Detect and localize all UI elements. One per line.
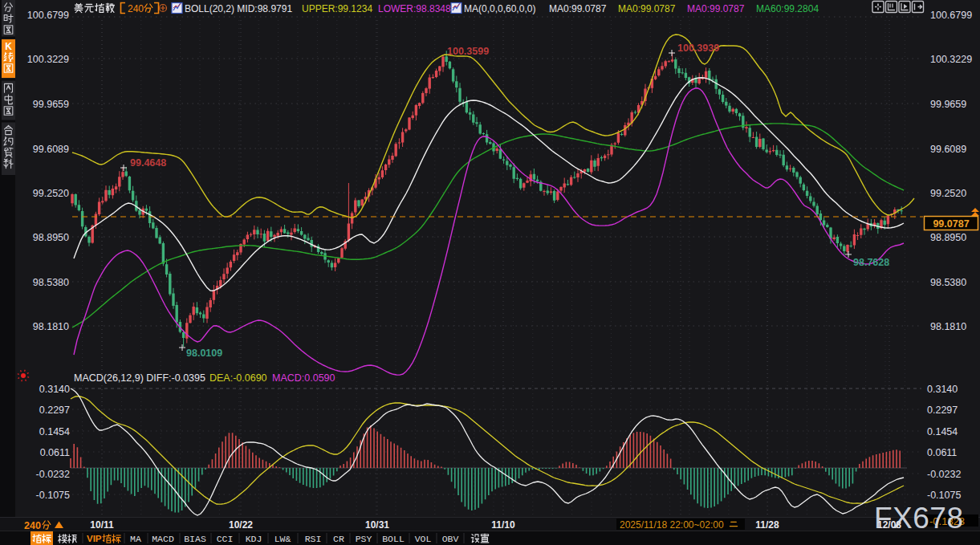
svg-text:11/28: 11/28	[755, 519, 779, 531]
svg-text:100.3229: 100.3229	[27, 54, 69, 65]
svg-text:10/11: 10/11	[90, 519, 114, 531]
svg-text:MACD(26,12,9) DIFF:-0.0395: MACD(26,12,9) DIFF:-0.0395	[74, 372, 205, 384]
svg-text:98.0109: 98.0109	[186, 348, 222, 359]
svg-text:98.8950: 98.8950	[33, 232, 69, 243]
svg-text:100.6799: 100.6799	[27, 10, 69, 21]
svg-text:FX678: FX678	[874, 502, 964, 535]
svg-text:0.3140: 0.3140	[927, 384, 958, 395]
svg-text:MA0:99.0787: MA0:99.0787	[618, 3, 676, 14]
svg-text:99.0787: 99.0787	[933, 218, 969, 230]
svg-text:10/31: 10/31	[365, 519, 389, 531]
svg-text:11/10: 11/10	[491, 519, 515, 531]
svg-text:0.1454: 0.1454	[39, 426, 70, 437]
svg-text:LOWER:98.8348: LOWER:98.8348	[378, 3, 451, 14]
svg-text:-0.1075: -0.1075	[927, 490, 961, 501]
svg-text:100.3229: 100.3229	[930, 54, 972, 65]
svg-text:CCI: CCI	[217, 534, 234, 544]
svg-text:99.6089: 99.6089	[33, 144, 69, 155]
svg-text:BIAS: BIAS	[184, 534, 206, 544]
svg-text:CR: CR	[333, 534, 344, 544]
svg-text:MA0:99.0787: MA0:99.0787	[687, 3, 745, 14]
svg-text:99.9659: 99.9659	[33, 99, 69, 110]
svg-text:VOL: VOL	[415, 534, 432, 544]
svg-text:MACD:0.0590: MACD:0.0590	[272, 372, 335, 384]
svg-text:100.6799: 100.6799	[930, 10, 972, 21]
svg-text:0.0611: 0.0611	[40, 447, 70, 458]
svg-text:100.3939: 100.3939	[677, 43, 719, 54]
svg-text:0.2297: 0.2297	[927, 405, 958, 416]
svg-text:98.1810: 98.1810	[33, 321, 69, 332]
svg-text:MA0:99.0787: MA0:99.0787	[549, 3, 607, 14]
svg-text:KDJ: KDJ	[246, 534, 262, 544]
svg-text:99.2520: 99.2520	[33, 188, 69, 199]
svg-text:K: K	[5, 41, 12, 52]
svg-text:PSY: PSY	[356, 534, 372, 544]
svg-text:98.5380: 98.5380	[930, 277, 966, 288]
svg-text:BOLL: BOLL	[382, 534, 405, 544]
svg-text:-0.0232: -0.0232	[927, 469, 961, 480]
svg-text:MACD: MACD	[152, 534, 174, 544]
svg-text:2025/11/18 22:00~02:00: 2025/11/18 22:00~02:00	[620, 519, 724, 531]
svg-text:0.1454: 0.1454	[927, 426, 958, 437]
svg-text:100.3599: 100.3599	[447, 46, 489, 57]
svg-text:98.5380: 98.5380	[33, 277, 69, 288]
svg-text:-0.0232: -0.0232	[36, 469, 70, 480]
svg-text:BOLL(20,2) MID:98.9791: BOLL(20,2) MID:98.9791	[185, 3, 292, 14]
svg-text:0.3140: 0.3140	[39, 384, 70, 395]
svg-text:0.0611: 0.0611	[927, 447, 957, 458]
svg-text:99.9659: 99.9659	[930, 99, 966, 110]
svg-text:98.1810: 98.1810	[930, 321, 966, 332]
svg-text:98.7628: 98.7628	[853, 257, 889, 268]
svg-text:10/22: 10/22	[229, 519, 253, 531]
svg-text:MA: MA	[130, 534, 141, 544]
svg-text:UPPER:99.1234: UPPER:99.1234	[302, 3, 372, 14]
svg-text:MA60:99.2804: MA60:99.2804	[756, 3, 819, 14]
svg-text:240: 240	[128, 3, 144, 14]
svg-text:RSI: RSI	[305, 534, 322, 544]
svg-text:MA(0,0,0,60,0,0): MA(0,0,0,60,0,0)	[464, 3, 535, 14]
svg-text:VIP: VIP	[87, 534, 102, 543]
svg-text:LW&: LW&	[274, 534, 291, 544]
svg-text:240: 240	[24, 520, 41, 531]
svg-text:98.8950: 98.8950	[930, 232, 966, 243]
svg-text:99.4648: 99.4648	[130, 157, 166, 169]
svg-text:-0.1075: -0.1075	[36, 490, 70, 501]
svg-text:99.2520: 99.2520	[930, 188, 966, 199]
svg-text:DEA:-0.0690: DEA:-0.0690	[209, 372, 267, 384]
svg-text:0.2297: 0.2297	[39, 405, 70, 416]
svg-text:OBV: OBV	[442, 534, 459, 544]
svg-text:99.6089: 99.6089	[930, 144, 966, 155]
